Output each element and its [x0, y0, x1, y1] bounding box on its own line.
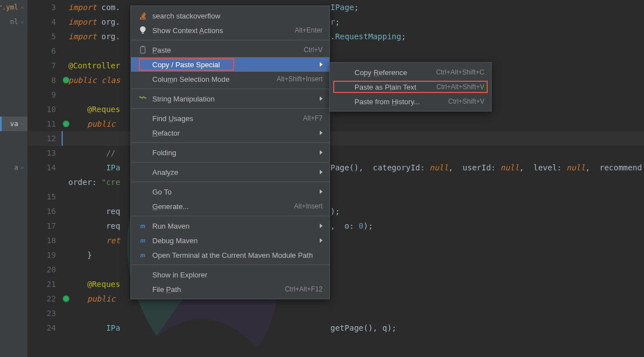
menu-item-label: Find Usages: [152, 114, 297, 123]
editor-tab[interactable]: [0, 29, 27, 44]
menu-shortcut: Alt+F7: [303, 114, 323, 122]
menu-item-string-manipulation[interactable]: String Manipulation: [131, 91, 329, 106]
line-number[interactable]: 18: [28, 233, 62, 248]
line-number[interactable]: 4: [28, 15, 62, 29]
bulb-icon: [138, 26, 148, 35]
menu-item-generate[interactable]: Generate...Alt+Insert: [131, 199, 329, 214]
menu-shortcut: Alt+Shift+Insert: [277, 75, 323, 83]
submenu-arrow-icon: [320, 96, 323, 101]
line-number[interactable]: 13: [28, 146, 62, 160]
submenu-arrow-icon: [320, 62, 323, 67]
menu-item-refactor[interactable]: Refactor: [131, 126, 329, 140]
menu-item-open-terminal-at-the-current-maven-module-path[interactable]: mOpen Terminal at the Current Maven Modu…: [131, 248, 329, 262]
blank-icon: [138, 202, 148, 211]
submenu-item-paste-from-history[interactable]: Paste from History...Ctrl+Shift+V: [330, 94, 491, 109]
menu-item-run-maven[interactable]: mRun Maven: [131, 219, 329, 233]
code-line[interactable]: IPagetPage(), q);: [62, 321, 644, 335]
close-icon[interactable]: ×: [20, 18, 24, 26]
menu-shortcut: Ctrl+Alt+F12: [285, 285, 323, 293]
line-number[interactable]: [28, 175, 62, 189]
line-number[interactable]: 8: [28, 73, 62, 87]
blank-icon: [340, 97, 350, 106]
menu-item-search-stackoverflow[interactable]: search stackoverflow: [131, 8, 329, 23]
menu-item-file-path[interactable]: File PathCtrl+Alt+F12: [131, 282, 329, 296]
menu-shortcut: Ctrl+Alt+Shift+V: [436, 83, 484, 91]
line-number[interactable]: 10: [28, 102, 62, 117]
close-icon[interactable]: ×: [20, 164, 24, 171]
editor-tab[interactable]: [0, 87, 27, 102]
line-number[interactable]: 15: [28, 189, 62, 204]
menu-separator: [131, 216, 329, 216]
editor-tab[interactable]: nl×: [0, 15, 27, 29]
line-number[interactable]: 12: [28, 131, 62, 146]
so-icon: [138, 11, 148, 20]
menu-item-label: Paste from History...: [354, 98, 442, 106]
line-number[interactable]: 7: [28, 58, 62, 73]
line-number[interactable]: 20: [28, 262, 62, 277]
line-number[interactable]: 17: [28, 219, 62, 233]
line-number[interactable]: 21: [28, 277, 62, 291]
blank-icon: [138, 168, 148, 177]
line-number[interactable]: 22: [28, 291, 62, 306]
line-number[interactable]: 9: [28, 87, 62, 102]
menu-item-copy-paste-special[interactable]: Copy / Paste Special: [131, 57, 329, 72]
line-number[interactable]: 11: [28, 117, 62, 131]
line-number[interactable]: 16: [28, 204, 62, 219]
close-icon[interactable]: ×: [20, 120, 24, 128]
menu-item-go-to[interactable]: Go To: [131, 184, 329, 199]
line-number[interactable]: 19: [28, 248, 62, 262]
close-icon[interactable]: ×: [20, 4, 24, 11]
editor-tab[interactable]: va×: [0, 117, 27, 131]
line-number[interactable]: 24: [28, 321, 62, 335]
menu-shortcut: Ctrl+Shift+V: [448, 98, 484, 105]
menu-separator: [131, 142, 329, 143]
blank-icon: [138, 148, 148, 157]
menu-item-find-usages[interactable]: Find UsagesAlt+F7: [131, 111, 329, 126]
submenu-item-copy-reference[interactable]: Copy ReferenceCtrl+Alt+Shift+C: [330, 65, 491, 80]
line-number[interactable]: 5: [28, 29, 62, 44]
editor-tab[interactable]: [0, 73, 27, 87]
editor-tab[interactable]: a×: [0, 160, 27, 175]
blank-icon: [138, 75, 148, 84]
menu-item-show-context-actions[interactable]: Show Context ActionsAlt+Enter: [131, 23, 329, 38]
line-number[interactable]: 14: [28, 160, 62, 175]
menu-item-label: Show Context Actions: [152, 26, 289, 35]
menu-item-debug-maven[interactable]: mDebug Maven: [131, 233, 329, 248]
line-number[interactable]: 6: [28, 44, 62, 58]
menu-item-paste[interactable]: PasteCtrl+V: [131, 43, 329, 57]
menu-item-label: Open Terminal at the Current Maven Modul…: [152, 251, 323, 259]
editor-tab[interactable]: r.yml×: [0, 0, 27, 15]
editor-tab[interactable]: [0, 131, 27, 146]
menu-separator: [131, 162, 329, 163]
mvn-icon: m: [138, 251, 148, 259]
menu-item-folding[interactable]: Folding: [131, 145, 329, 160]
submenu-arrow-icon: [320, 224, 323, 228]
menu-item-label: Run Maven: [152, 222, 315, 230]
blank-icon: [138, 114, 148, 123]
submenu-arrow-icon: [320, 189, 323, 194]
menu-item-column-selection-mode[interactable]: Column Selection ModeAlt+Shift+Insert: [131, 72, 329, 86]
sm-icon: [138, 94, 148, 103]
menu-separator: [131, 265, 329, 265]
line-number[interactable]: 23: [28, 306, 62, 321]
menu-shortcut: Ctrl+V: [304, 46, 323, 54]
line-number[interactable]: 3: [28, 0, 62, 15]
blank-icon: [138, 187, 148, 196]
menu-shortcut: Alt+Enter: [295, 26, 323, 34]
editor-tab[interactable]: [0, 58, 27, 73]
menu-item-label: Refactor: [152, 129, 315, 137]
editor-tab[interactable]: [0, 146, 27, 160]
blank-icon: [138, 285, 148, 294]
menu-item-analyze[interactable]: Analyze: [131, 165, 329, 179]
menu-item-label: String Manipulation: [152, 95, 315, 103]
menu-item-label: Paste as Plain Text: [354, 83, 431, 91]
menu-separator: [131, 89, 329, 89]
submenu-arrow-icon: [320, 150, 323, 155]
menu-item-show-in-explorer[interactable]: Show in Explorer: [131, 267, 329, 282]
editor-tab[interactable]: [0, 102, 27, 117]
menu-separator: [131, 40, 329, 40]
menu-shortcut: Ctrl+Alt+Shift+C: [436, 68, 484, 76]
editor-tab[interactable]: [0, 44, 27, 58]
submenu-item-paste-as-plain-text[interactable]: Paste as Plain TextCtrl+Alt+Shift+V: [330, 80, 491, 94]
code-line[interactable]: [62, 306, 644, 321]
